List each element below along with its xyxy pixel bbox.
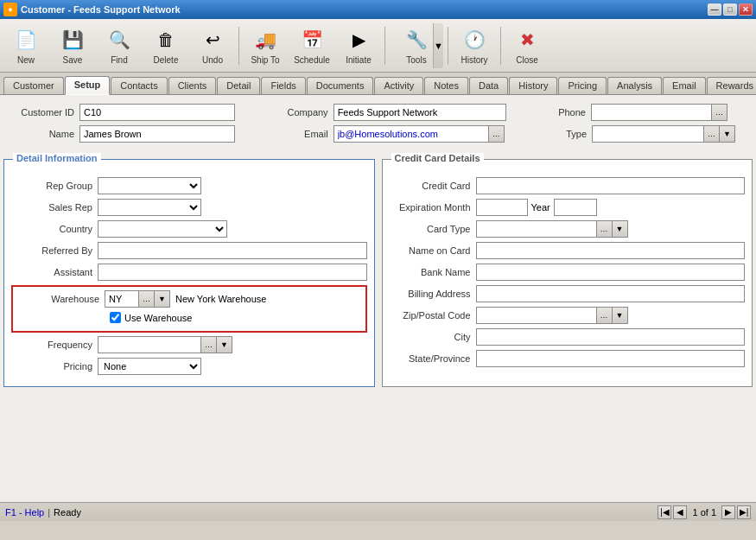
card-type-button[interactable]: … (597, 220, 613, 238)
expiration-month-input[interactable] (476, 199, 528, 216)
find-button[interactable]: 🔍 Find (97, 22, 142, 69)
shipto-icon: 🚚 (251, 26, 279, 54)
type-button[interactable]: … (704, 125, 720, 143)
email-button[interactable]: … (489, 125, 505, 143)
email-label: Email (264, 129, 334, 139)
warehouse-row: Warehouse … ▼ New York Warehouse (18, 290, 360, 308)
billing-address-label: Billing Address (390, 289, 476, 299)
frequency-button[interactable]: … (201, 336, 217, 353)
page-indicator: 1 of 1 (692, 507, 716, 518)
status-left: F1 - Help | Ready (5, 507, 81, 518)
tab-rewards[interactable]: Rewards (707, 77, 756, 94)
bank-name-input[interactable] (476, 264, 746, 281)
window-close-button[interactable]: ✕ (739, 3, 753, 16)
tools-dropdown-arrow[interactable]: ▼ (433, 23, 443, 68)
frequency-input[interactable] (98, 336, 201, 353)
company-input[interactable] (334, 104, 506, 121)
tools-button[interactable]: 🔧 Tools ▼ (389, 22, 444, 69)
state-input[interactable] (476, 350, 746, 367)
name-on-card-input[interactable] (476, 242, 746, 259)
shipto-button[interactable]: 🚚 Ship To (243, 22, 288, 69)
tab-email[interactable]: Email (663, 77, 706, 94)
tab-detail[interactable]: Detail (217, 77, 260, 94)
name-input[interactable] (79, 125, 235, 143)
referred-by-input[interactable] (98, 242, 367, 259)
initiate-label: Initiate (346, 55, 371, 65)
initiate-button[interactable]: ▶ Initiate (336, 22, 381, 69)
nav-next-button[interactable]: ▶ (721, 505, 735, 519)
new-button[interactable]: 📄 New (3, 22, 48, 69)
minimize-button[interactable]: — (708, 3, 721, 16)
warehouse-label: Warehouse (18, 294, 105, 304)
country-select[interactable] (98, 220, 227, 238)
tab-activity[interactable]: Activity (374, 77, 423, 94)
credit-card-input[interactable] (476, 177, 746, 194)
new-icon: 📄 (12, 26, 40, 54)
expiration-year-input[interactable] (554, 199, 597, 216)
tab-customer[interactable]: Customer (3, 77, 64, 94)
warehouse-name: New York Warehouse (175, 294, 266, 304)
delete-label: Delete (154, 55, 179, 65)
referred-by-label: Referred By (11, 245, 98, 256)
close-label: Close (516, 55, 538, 65)
card-type-dropdown[interactable]: ▼ (613, 220, 628, 238)
detail-panel-title: Detail Information (13, 153, 101, 163)
tab-data[interactable]: Data (469, 77, 508, 94)
use-warehouse-checkbox[interactable] (110, 312, 121, 323)
billing-address-input[interactable] (476, 285, 746, 302)
nav-first-button[interactable]: |◀ (658, 505, 671, 519)
sales-rep-select[interactable] (98, 199, 201, 216)
zip-button[interactable]: … (597, 307, 613, 324)
zip-input[interactable] (476, 307, 597, 324)
name-row: Name Email … Type … ▼ (10, 125, 746, 143)
pricing-select[interactable]: None (98, 358, 201, 375)
title-bar-buttons: — □ ✕ (708, 3, 753, 16)
warehouse-button[interactable]: … (139, 290, 155, 308)
toolbar-separator-4 (500, 27, 501, 65)
save-label: Save (63, 55, 83, 65)
city-input[interactable] (476, 328, 746, 346)
title-text: Customer - Feeds Support Network (21, 4, 708, 15)
customer-id-row: Customer ID Company Phone … (10, 104, 746, 121)
undo-button[interactable]: ↩ Undo (190, 22, 235, 69)
maximize-button[interactable]: □ (723, 3, 737, 16)
undo-icon: ↩ (199, 26, 226, 54)
tab-pricing[interactable]: Pricing (558, 77, 607, 94)
customer-id-input[interactable] (79, 104, 235, 121)
tab-setup[interactable]: Setup (65, 76, 111, 95)
type-input[interactable] (592, 125, 704, 143)
phone-input[interactable] (591, 104, 712, 121)
email-input[interactable] (334, 125, 489, 143)
bank-name-label: Bank Name (390, 267, 476, 277)
frequency-dropdown[interactable]: ▼ (217, 336, 232, 353)
zip-dropdown[interactable]: ▼ (613, 307, 628, 324)
tab-analysis[interactable]: Analysis (607, 77, 662, 94)
toolbar-separator-3 (448, 27, 448, 65)
card-type-input[interactable] (476, 220, 597, 238)
nav-last-button[interactable]: ▶| (737, 505, 751, 519)
tab-history[interactable]: History (509, 77, 557, 94)
warehouse-dropdown[interactable]: ▼ (155, 290, 170, 308)
help-link[interactable]: F1 - Help (5, 507, 44, 518)
zip-label: Zip/Postal Code (390, 310, 476, 321)
rep-group-select[interactable] (98, 177, 201, 194)
tab-documents[interactable]: Documents (307, 77, 374, 94)
save-button[interactable]: 💾 Save (50, 22, 95, 69)
type-field-group: … ▼ (592, 125, 735, 143)
type-dropdown[interactable]: ▼ (720, 125, 735, 143)
schedule-button[interactable]: 📅 Schedule (289, 22, 334, 69)
warehouse-input[interactable] (105, 290, 139, 308)
assistant-input[interactable] (98, 264, 367, 281)
tab-notes[interactable]: Notes (424, 77, 468, 94)
history-button[interactable]: 🕐 History (452, 22, 497, 69)
nav-prev-button[interactable]: ◀ (673, 505, 687, 519)
phone-button[interactable]: … (712, 104, 727, 121)
card-type-label: Card Type (390, 224, 476, 234)
credit-panel-title: Credit Card Details (391, 153, 484, 163)
tab-clients[interactable]: Clients (168, 77, 217, 94)
tab-fields[interactable]: Fields (261, 77, 305, 94)
delete-button[interactable]: 🗑 Delete (143, 22, 188, 69)
close-toolbar-button[interactable]: ✖ Close (505, 22, 550, 69)
status-text: Ready (54, 507, 81, 518)
tab-contacts[interactable]: Contacts (111, 77, 167, 94)
